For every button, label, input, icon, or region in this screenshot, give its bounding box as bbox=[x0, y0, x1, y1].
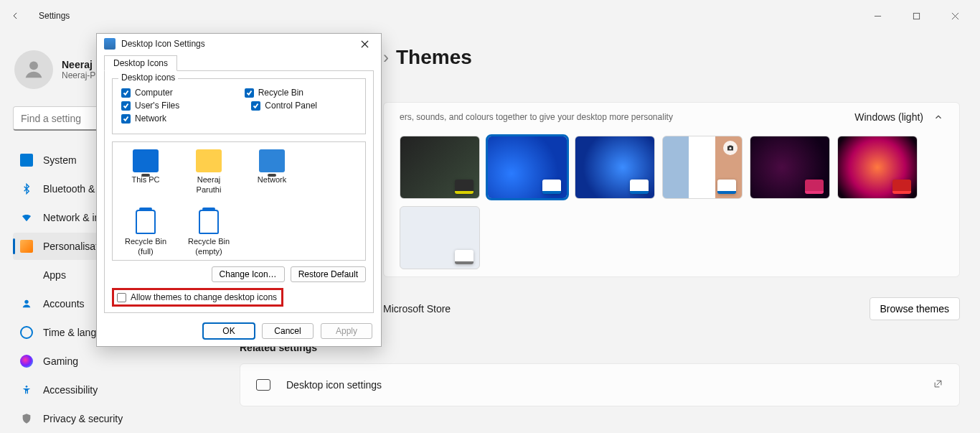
theme-thumbnail[interactable] bbox=[400, 136, 480, 199]
dialog-titlebar[interactable]: Desktop Icon Settings bbox=[97, 34, 381, 54]
theme-thumbnail[interactable] bbox=[400, 206, 480, 269]
icon-item-recycle-empty[interactable]: Recycle Bin (empty) bbox=[184, 210, 233, 257]
svg-point-3 bbox=[26, 386, 28, 388]
theme-thumbnail[interactable] bbox=[750, 136, 830, 199]
person-icon bbox=[22, 57, 46, 82]
change-icon-button[interactable]: Change Icon… bbox=[212, 266, 285, 282]
icon-item-user-folder[interactable]: Neeraj Paruthi bbox=[184, 149, 233, 195]
svg-point-1 bbox=[29, 61, 38, 70]
checkbox-recycle-bin[interactable]: Recycle Bin bbox=[245, 88, 303, 98]
checkbox-control-panel[interactable]: Control Panel bbox=[251, 101, 317, 111]
icon-item-recycle-full[interactable]: Recycle Bin (full) bbox=[121, 210, 170, 257]
apply-button[interactable]: Apply bbox=[321, 323, 372, 339]
app-title: Settings bbox=[39, 11, 70, 21]
themes-card: ers, sounds, and colours together to giv… bbox=[383, 102, 960, 277]
apps-icon bbox=[20, 269, 33, 281]
theme-thumbnail-selected[interactable] bbox=[487, 136, 567, 199]
avatar bbox=[14, 50, 53, 89]
nav-label: Apps bbox=[43, 269, 66, 281]
monitor-icon bbox=[256, 379, 270, 391]
current-theme-toggle[interactable]: Windows (light) bbox=[854, 111, 943, 123]
titlebar: Settings bbox=[0, 0, 980, 32]
open-external-icon bbox=[933, 378, 943, 391]
theme-thumbnail[interactable] bbox=[662, 136, 743, 199]
related-item-label: Desktop icon settings bbox=[286, 379, 382, 391]
breadcrumb-current: Themes bbox=[396, 46, 472, 69]
minimize-icon bbox=[874, 12, 882, 20]
recycle-bin-empty-icon bbox=[199, 210, 219, 234]
user-email: Neeraj-P bbox=[62, 70, 95, 80]
monitor-icon bbox=[133, 149, 159, 172]
restore-default-button[interactable]: Restore Default bbox=[291, 266, 366, 282]
nav-label: System bbox=[43, 154, 77, 166]
checkbox-network[interactable]: Network bbox=[121, 113, 166, 124]
theme-thumbnail[interactable] bbox=[575, 136, 655, 199]
maximize-button[interactable] bbox=[900, 4, 933, 27]
dialog-tab-desktop-icons[interactable]: Desktop Icons bbox=[104, 55, 177, 71]
desktop-icon-settings-dialog: Desktop Icon Settings Desktop Icons Desk… bbox=[96, 33, 382, 347]
current-theme-label: Windows (light) bbox=[854, 111, 923, 123]
accessibility-icon bbox=[20, 383, 33, 396]
cancel-button[interactable]: Cancel bbox=[262, 323, 314, 339]
allow-themes-checkbox-highlighted[interactable]: Allow themes to change desktop icons bbox=[112, 288, 283, 307]
bluetooth-icon bbox=[20, 182, 33, 195]
svg-rect-0 bbox=[913, 13, 919, 19]
theme-thumbnail[interactable] bbox=[837, 136, 918, 199]
chevron-up-icon bbox=[933, 112, 943, 122]
arrow-left-icon bbox=[11, 11, 21, 21]
nav-label: Accounts bbox=[43, 298, 85, 309]
ok-button[interactable]: OK bbox=[203, 323, 255, 339]
dialog-title: Desktop Icon Settings bbox=[121, 39, 205, 49]
wifi-icon bbox=[20, 211, 33, 224]
svg-point-2 bbox=[24, 300, 28, 304]
chevron-right-icon: › bbox=[383, 47, 389, 67]
user-name: Neeraj bbox=[62, 59, 95, 70]
shield-icon bbox=[20, 412, 33, 425]
back-button[interactable] bbox=[4, 4, 27, 27]
system-icon bbox=[20, 154, 33, 167]
themes-description: ers, sounds, and colours together to giv… bbox=[400, 112, 673, 122]
nav-label: Privacy & security bbox=[43, 413, 123, 424]
nav-label: Gaming bbox=[43, 355, 78, 367]
checkbox-unchecked-icon bbox=[117, 293, 126, 302]
nav-label: Accessibility bbox=[43, 384, 98, 396]
icon-item-network[interactable]: Network bbox=[248, 149, 296, 195]
clock-icon bbox=[20, 326, 33, 339]
folder-icon bbox=[196, 149, 222, 172]
accounts-icon bbox=[20, 297, 33, 310]
minimize-button[interactable] bbox=[861, 4, 894, 27]
checkbox-users-files[interactable]: User's Files bbox=[121, 101, 179, 111]
icon-preview-grid[interactable]: This PC Neeraj Paruthi Network Recycle B… bbox=[112, 141, 366, 261]
dialog-title-icon bbox=[104, 38, 116, 50]
sidebar-item-privacy[interactable]: Privacy & security bbox=[13, 405, 215, 432]
close-icon bbox=[361, 40, 369, 48]
sidebar-item-accessibility[interactable]: Accessibility bbox=[13, 376, 215, 404]
related-item-desktop-icon-settings[interactable]: Desktop icon settings bbox=[240, 363, 960, 406]
browse-themes-button[interactable]: Browse themes bbox=[870, 297, 960, 320]
group-title: Desktop icons bbox=[118, 73, 178, 83]
sidebar-item-gaming[interactable]: Gaming bbox=[13, 348, 215, 375]
dialog-close-button[interactable] bbox=[354, 36, 375, 52]
icon-item-this-pc[interactable]: This PC bbox=[121, 149, 170, 195]
close-icon bbox=[951, 12, 959, 20]
maximize-icon bbox=[913, 12, 920, 20]
desktop-icons-group: Desktop icons Computer Recycle Bin User'… bbox=[112, 78, 366, 134]
network-icon bbox=[259, 149, 285, 172]
store-text: Microsoft Store bbox=[383, 303, 451, 315]
breadcrumb: › Themes bbox=[383, 46, 960, 69]
close-button[interactable] bbox=[938, 4, 971, 27]
checkbox-computer[interactable]: Computer bbox=[121, 88, 173, 98]
svg-point-4 bbox=[730, 147, 732, 149]
brush-icon bbox=[20, 240, 33, 253]
recycle-bin-full-icon bbox=[136, 210, 156, 234]
gaming-icon bbox=[20, 355, 33, 368]
camera-icon bbox=[723, 141, 738, 155]
